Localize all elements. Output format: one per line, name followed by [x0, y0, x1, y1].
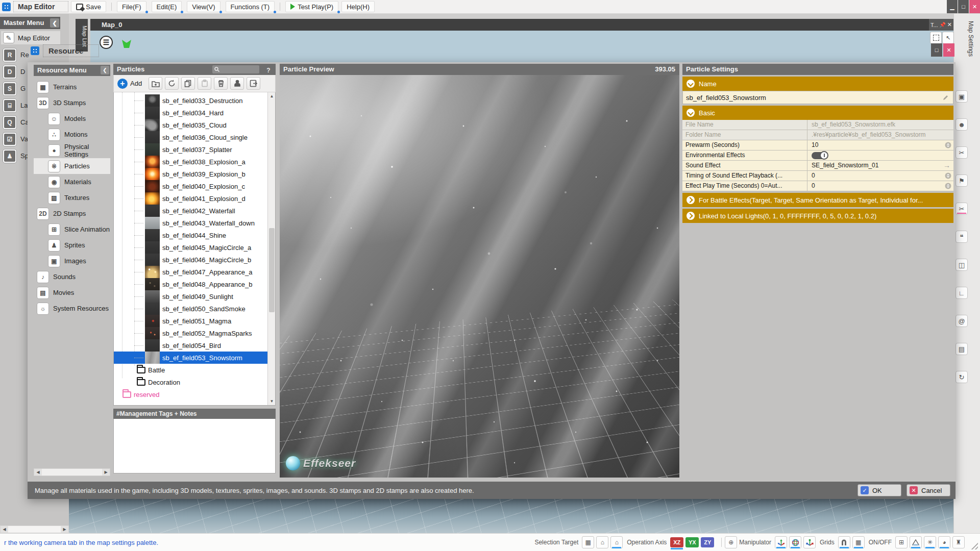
particle-list-item[interactable]: sb_ef_field044_Shine [114, 229, 267, 241]
scroll-left-icon[interactable]: ◀ [1, 526, 8, 533]
stamp-window-button[interactable]: ⊞ [895, 536, 908, 548]
particle-list-item[interactable]: sb_ef_field053_Snowstorm [114, 352, 267, 364]
particle-list-item[interactable]: sb_ef_field049_Sunlight [114, 290, 267, 303]
minimize-button[interactable]: ▁ [947, 0, 958, 13]
particle-list-item[interactable]: sb_ef_field046_MagicCircle_b [114, 254, 267, 266]
ok-button[interactable]: ✓ OK [857, 484, 901, 496]
particle-list-item[interactable]: sb_ef_field037_Splatter [114, 143, 267, 156]
menu-item[interactable]: Edit(E) [152, 1, 182, 12]
comment-icon[interactable]: ❝ [955, 231, 968, 243]
rotate-gizmo-button[interactable] [789, 536, 801, 548]
section-basic[interactable]: Basic [682, 106, 953, 120]
collapsed-section[interactable]: For Battle Effects(Target, Target, Same … [682, 193, 953, 207]
particle-list-item[interactable]: sb_ef_field041_Explosion_d [114, 192, 267, 205]
sphere-effect-button[interactable]: ◕ [938, 536, 950, 548]
section-name[interactable]: Name [682, 77, 953, 91]
add-button[interactable]: + Add [116, 77, 146, 90]
clip-icon[interactable]: ✂ [955, 146, 968, 159]
maximize-button[interactable]: □ [958, 0, 969, 13]
scroll-thumb[interactable] [269, 228, 275, 312]
settings-row[interactable]: Effect Play Time (Seconds) 0=Aut... 0 [682, 181, 953, 191]
particle-list-item[interactable]: sb_ef_field051_Magma [114, 315, 267, 327]
camera-icon[interactable]: ▣ [955, 90, 968, 103]
toggle-switch[interactable] [812, 152, 828, 159]
save-button[interactable]: Save [71, 1, 106, 12]
menu-item[interactable]: View(V) [187, 1, 220, 12]
selection-target-all-button[interactable]: ⌂ [610, 536, 623, 548]
resource-menu-item[interactable]: ● Physical Settings [34, 142, 110, 158]
duplicate-button[interactable] [181, 77, 195, 90]
particle-list-item[interactable]: sb_ef_field034_Hard [114, 107, 267, 119]
map-viewport[interactable] [69, 499, 953, 533]
scroll-right-icon[interactable]: ▶ [102, 469, 110, 475]
paste-button[interactable] [198, 77, 211, 90]
particle-list-item[interactable]: sb_ef_field036_Cloud_single [114, 131, 267, 143]
refresh-button[interactable] [165, 77, 179, 90]
settings-row[interactable]: Folder Name .¥res¥particle¥sb_ef_field05… [682, 130, 953, 140]
selection-target-object-button[interactable]: ⌂ [596, 536, 608, 548]
scroll-up-icon[interactable]: ▲ [268, 92, 276, 100]
stamp-button[interactable] [230, 77, 244, 90]
particle-list-item[interactable]: sb_ef_field054_Bird [114, 339, 267, 352]
move-gizmo-button[interactable] [775, 536, 787, 548]
particle-list-item[interactable]: sb_ef_field048_Appearance_b [114, 278, 267, 290]
corner-icon[interactable]: ∟ [955, 287, 968, 299]
settings-row[interactable]: Environmental Effects [682, 151, 953, 161]
snap-magnet-button[interactable] [838, 536, 850, 548]
folder-list-item[interactable]: Decoration [114, 376, 267, 388]
particle-list-item[interactable]: sb_ef_field035_Cloud [114, 119, 267, 131]
cancel-button[interactable]: ✕ Cancel [906, 484, 950, 496]
spinner-icon[interactable] [945, 172, 951, 179]
resource-menu-item[interactable]: ∴ Motions [34, 127, 110, 142]
settings-row-value[interactable]: 10 [807, 140, 953, 150]
axis-button-yx[interactable]: YX [685, 537, 699, 547]
settings-row-value[interactable] [807, 151, 953, 160]
spinner-icon[interactable] [945, 142, 951, 148]
settings-row[interactable]: Prewarm (Seconds) 10 [682, 140, 953, 151]
edit-pencil-icon[interactable] [942, 94, 949, 101]
settings-row[interactable]: Timing of Sound Effect Playback (... 0 [682, 171, 953, 181]
scale-gizmo-button[interactable] [803, 536, 816, 548]
settings-row-value[interactable]: SE_field_Snowstorm_01→ [807, 161, 953, 170]
dialog-maximize-button[interactable]: □ [931, 43, 942, 57]
menu-item[interactable]: File(F) [117, 1, 146, 12]
particle-list-item[interactable]: sb_ef_field039_Explosion_b [114, 168, 267, 180]
particle-list-item[interactable]: sb_ef_field042_Waterfall [114, 205, 267, 217]
settings-row-value[interactable]: sb_ef_field053_Snowstorm.efk [807, 120, 953, 130]
folder-list-item[interactable]: Battle [114, 364, 267, 376]
search-input[interactable] [212, 65, 259, 73]
particle-list-item[interactable]: sb_ef_field040_Explosion_c [114, 180, 267, 192]
tab-map-settings[interactable]: Map Settings [967, 21, 974, 57]
particle-list-item[interactable]: sb_ef_field052_MagmaSparks [114, 327, 267, 339]
cut-pink-icon[interactable]: ✂ [955, 203, 968, 215]
folder-list-item[interactable]: reserved [114, 388, 267, 400]
marquee-select-tool[interactable] [930, 32, 942, 44]
particle-list-item[interactable]: sb_ef_field050_SandSmoke [114, 303, 267, 315]
close-icon[interactable]: ✕ [947, 21, 952, 28]
resource-menu-item[interactable]: ▣ Images [34, 253, 110, 269]
collapse-button[interactable]: ❮ [101, 66, 109, 74]
resize-grip[interactable] [970, 541, 978, 549]
hamburger-menu-icon[interactable]: ☰ [100, 36, 113, 49]
dialog-close-button[interactable]: ✕ [943, 43, 954, 57]
management-tags-box[interactable] [113, 419, 276, 473]
settings-row[interactable]: File Name sb_ef_field053_Snowstorm.efk [682, 120, 953, 130]
character-icon[interactable]: ☻ [955, 118, 968, 131]
export-button[interactable] [247, 77, 260, 90]
particle-glow-button[interactable]: ✳ [924, 536, 936, 548]
resource-menu-scrollbar[interactable]: ◀ ▶ [34, 468, 110, 476]
grid-toggle-button[interactable]: ▦ [852, 536, 865, 548]
open-arrow-icon[interactable]: → [943, 161, 950, 170]
resource-menu-item[interactable]: ▨ Textures [34, 190, 110, 206]
resource-menu-item[interactable]: ▦ Terrains [34, 79, 110, 95]
collapsed-section[interactable]: Linked to Local Lights(0, 1, 0, FFFFFFFF… [682, 209, 953, 223]
menu-item[interactable]: Functions (T) [226, 1, 275, 12]
sidebar-item-map-editor[interactable]: ✎ Map Editor [1, 31, 60, 44]
particle-list-item[interactable]: sb_ef_field033_Destruction [114, 94, 267, 107]
manipulator-mode-button[interactable]: ⊕ [725, 536, 737, 548]
close-button[interactable]: ✕ [969, 0, 980, 13]
settings-row-value[interactable]: .¥res¥particle¥sb_ef_field053_Snowstorm [807, 130, 953, 140]
resource-menu-item[interactable]: ♟ Sprites [34, 237, 110, 253]
spiral-icon[interactable]: @ [955, 315, 968, 327]
resource-menu-item[interactable]: ◉ Materials [34, 174, 110, 190]
